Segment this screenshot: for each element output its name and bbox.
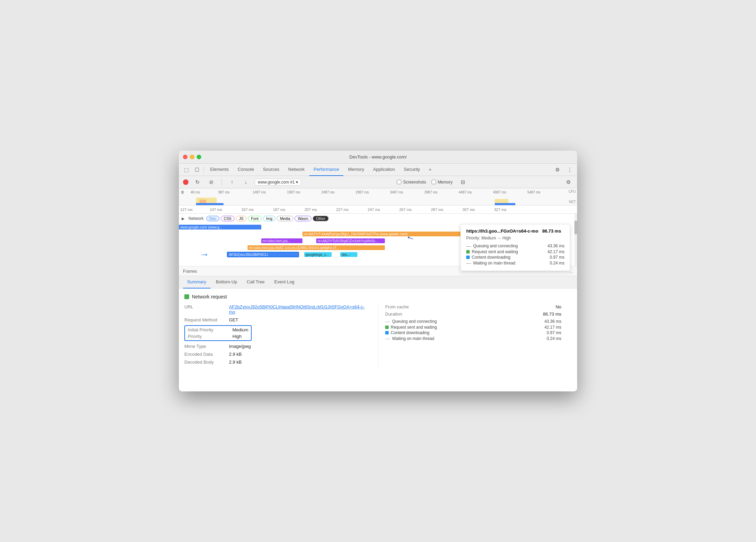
method-label: Request Method <box>184 317 229 322</box>
net-bar-af2[interactable]: AF2bZyivvJ92o5BiPi0CLl <box>227 252 299 257</box>
net-bar-google[interactable]: www.google.com/ (www.g... <box>179 225 261 229</box>
detail-method-row: Request Method GET <box>184 317 368 322</box>
priority-box: Initial Priority Medium Priority High <box>184 325 252 341</box>
tooltip-priority: Priority: Medium → High <box>466 236 564 240</box>
filter-media[interactable]: Media <box>277 216 293 221</box>
net-bar-rs2[interactable]: rs=AA2YrTsXU5hjdOZrxXehYcpWx5c... <box>316 238 385 243</box>
priority-value: High <box>232 334 242 339</box>
net-bar-gstatic[interactable]: rs=AA2YrTv0taM5qVgw38gU_15kX9WFXe5TPw (w… <box>302 232 460 236</box>
download-icon[interactable]: ↓ <box>241 177 251 187</box>
ruler-tick-2: 1487 ms <box>253 190 266 194</box>
tab-call-tree[interactable]: Call Tree <box>243 276 269 288</box>
cursor-icon[interactable]: ⬚ <box>182 165 191 175</box>
section-title-text: Network request <box>192 294 227 299</box>
device-icon[interactable]: ☐ <box>192 165 202 175</box>
filter-js[interactable]: JS <box>236 216 247 221</box>
settings-icon[interactable]: ⚙ <box>552 165 562 175</box>
timing-request-value: 42.17 ms <box>545 325 561 330</box>
blue-box-icon <box>466 256 470 259</box>
tab-memory[interactable]: Memory <box>344 164 368 176</box>
scrollbar[interactable] <box>574 214 577 266</box>
filter-css[interactable]: CSS <box>221 216 235 221</box>
net-bar-mcdos2[interactable]: m=cdos,hsm,jsa,mb4Z..b,d,csi,cEt90b,SNUn… <box>248 245 385 250</box>
tab-console[interactable]: Console <box>233 164 258 176</box>
upload-icon[interactable]: ↑ <box>227 177 237 187</box>
memory-checkbox[interactable]: Memory <box>432 180 453 185</box>
filter-font[interactable]: Font <box>248 216 262 221</box>
maximize-button[interactable] <box>197 155 201 159</box>
tooltip-content-value: 0.97 ms <box>550 255 564 260</box>
scrollbar-thumb[interactable] <box>574 221 577 234</box>
encoded-label: Encoded Data <box>184 352 229 357</box>
tooltip-waiting-value: 0.24 ms <box>550 261 564 266</box>
network-track: ▶ Network Doc CSS JS Font Img Media Wasm… <box>179 214 577 266</box>
ms-tick-0: 127 ms <box>180 208 193 212</box>
sep2 <box>221 179 222 186</box>
menu-icon[interactable]: ⋮ <box>565 165 574 175</box>
close-button[interactable] <box>183 155 187 159</box>
net-bar-mcdos1-label: m=cdos,hsm,jsa... <box>261 239 292 243</box>
memory-settings-icon[interactable]: ⊟ <box>458 177 468 187</box>
duration-value: 86.73 ms <box>543 311 561 317</box>
net-bar-des-label: des... <box>340 253 351 257</box>
tab-network[interactable]: Network <box>284 164 309 176</box>
net-bar-logo[interactable]: googlelogo_c... <box>304 252 332 257</box>
ruler-tick-6: 3487 ms <box>390 190 403 194</box>
filter-other[interactable]: Other <box>313 216 329 221</box>
filter-img[interactable]: Img <box>263 216 275 221</box>
net-bar-des[interactable]: des... <box>340 252 357 257</box>
screenshots-checkbox[interactable]: Screenshots <box>397 180 426 185</box>
pause-icon[interactable]: ⏸ <box>180 190 185 195</box>
ruler-tick-7: 3987 ms <box>424 190 437 194</box>
detail-left-col: URL AF2bZyivvJ92o5BiPi0CLlHaqa5lHNOi6Srp… <box>184 304 378 367</box>
perf-settings-icon[interactable]: ⚙ <box>563 177 573 187</box>
priority-row: Priority High <box>188 334 248 339</box>
separator <box>204 166 204 173</box>
tooltip-queuing-label: Queuing and connecting <box>473 244 518 248</box>
record-button[interactable] <box>183 179 188 185</box>
url-value[interactable]: AF2bZyivvJ92o5BiPi0CLlHaqa5lHNOi6SrpLrbf… <box>229 304 368 315</box>
filter-wasm[interactable]: Wasm <box>295 216 311 221</box>
tab-bottom-up[interactable]: Bottom-Up <box>212 276 241 288</box>
timing-waiting-row: — Waiting on main thread 0.24 ms <box>385 336 561 341</box>
tab-more[interactable]: » <box>425 164 435 176</box>
tab-elements[interactable]: Elements <box>206 164 233 176</box>
net-bar-logo-label: googlelogo_c... <box>304 253 330 257</box>
url-select-text: www.google.com #1 <box>258 180 295 185</box>
network-rows: www.google.com/ (www.g... rs=AA2YrTv0taM… <box>179 223 577 264</box>
net-bar-ruler-2 <box>495 203 515 205</box>
tab-event-log[interactable]: Event Log <box>270 276 299 288</box>
initial-priority-value: Medium <box>232 327 248 332</box>
tooltip-row-request: Request sent and waiting 42.17 ms <box>466 249 564 254</box>
bottom-tabs: Summary Bottom-Up Call Tree Event Log <box>179 276 577 288</box>
timing-green-icon <box>385 326 389 329</box>
net-bar-ruler <box>196 203 224 205</box>
tooltip-row-waiting: — Waiting on main thread 0.24 ms <box>466 260 564 266</box>
tab-performance[interactable]: Performance <box>309 164 343 176</box>
encoded-value: 2.9 kB <box>229 352 242 357</box>
decoded-value: 2.9 kB <box>229 360 242 365</box>
checkbox-group: Screenshots Memory ⊟ <box>397 177 468 187</box>
cpu-label: CPU <box>569 190 576 193</box>
tab-application[interactable]: Application <box>369 164 399 176</box>
filter-doc[interactable]: Doc <box>206 216 219 221</box>
clear-icon[interactable]: ⊘ <box>206 177 216 187</box>
minimize-button[interactable] <box>190 155 194 159</box>
tab-summary[interactable]: Summary <box>183 276 210 288</box>
ms-tick-4: 207 ms <box>305 208 317 212</box>
refresh-icon[interactable]: ↻ <box>193 177 202 187</box>
from-cache-row: From cache No <box>385 304 561 309</box>
timing-dash-1: — <box>385 319 390 324</box>
dash-icon-1: — <box>466 243 471 249</box>
tab-sources[interactable]: Sources <box>259 164 284 176</box>
network-label-row: ▶ Network Doc CSS JS Font Img Media Wasm… <box>179 215 577 222</box>
tab-security[interactable]: Security <box>400 164 424 176</box>
tooltip-request-value: 42.17 ms <box>548 249 564 254</box>
network-label: Network <box>188 216 204 221</box>
url-select[interactable]: www.google.com #1 ▾ <box>255 179 301 186</box>
duration-label: Duration <box>385 311 402 317</box>
ms-tick-3: 187 ms <box>273 208 285 212</box>
detail-encoded-row: Encoded Data 2.9 kB <box>184 352 368 357</box>
ms-tick-2: 167 ms <box>241 208 254 212</box>
net-bar-mcdos1[interactable]: m=cdos,hsm,jsa... <box>261 238 302 243</box>
